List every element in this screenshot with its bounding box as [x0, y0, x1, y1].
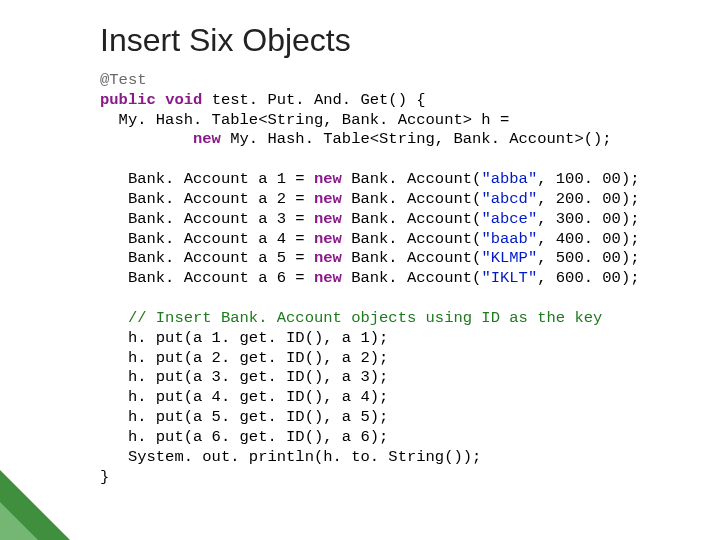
- table-row: Bank. Account a 1 =: [100, 170, 314, 188]
- println-line: System. out. println(h. to. String());: [100, 448, 481, 466]
- slide: Insert Six Objects @Test public void tes…: [0, 0, 720, 540]
- code-comment: // Insert Bank. Account objects using ID…: [100, 309, 602, 327]
- put-line: h. put(a 5. get. ID(), a 5);: [100, 408, 388, 426]
- close-brace: }: [100, 468, 109, 486]
- row-tail: , 400. 00);: [537, 230, 639, 248]
- hashdecl-line1: My. Hash. Table<String, Bank. Account> h…: [100, 111, 509, 129]
- table-row: Bank. Account a 2 =: [100, 190, 314, 208]
- put-line: h. put(a 2. get. ID(), a 2);: [100, 349, 388, 367]
- string-literal: "abcd": [481, 190, 537, 208]
- row-mid: Bank. Account(: [342, 269, 482, 287]
- string-literal: "abba": [481, 170, 537, 188]
- table-row: Bank. Account a 5 =: [100, 249, 314, 267]
- keyword-void: void: [165, 91, 202, 109]
- string-literal: "baab": [481, 230, 537, 248]
- keyword-new: new: [314, 249, 342, 267]
- row-tail: , 300. 00);: [537, 210, 639, 228]
- keyword-public: public: [100, 91, 156, 109]
- keyword-new: new: [314, 269, 342, 287]
- method-decl-rest: test. Put. And. Get() {: [202, 91, 425, 109]
- keyword-new: new: [193, 130, 221, 148]
- table-row: Bank. Account a 3 =: [100, 210, 314, 228]
- table-row: Bank. Account a 6 =: [100, 269, 314, 287]
- keyword-new: new: [314, 190, 342, 208]
- row-tail: , 600. 00);: [537, 269, 639, 287]
- row-mid: Bank. Account(: [342, 230, 482, 248]
- put-line: h. put(a 1. get. ID(), a 1);: [100, 329, 388, 347]
- row-tail: , 500. 00);: [537, 249, 639, 267]
- table-row: Bank. Account a 4 =: [100, 230, 314, 248]
- code-annotation: @Test: [100, 71, 147, 89]
- string-literal: "KLMP": [481, 249, 537, 267]
- hashdecl-line2-rest: My. Hash. Table<String, Bank. Account>()…: [221, 130, 612, 148]
- keyword-new: new: [314, 170, 342, 188]
- string-literal: "IKLT": [481, 269, 537, 287]
- code-block: @Test public void test. Put. And. Get() …: [100, 71, 680, 487]
- keyword-new: new: [314, 230, 342, 248]
- put-line: h. put(a 3. get. ID(), a 3);: [100, 368, 388, 386]
- row-mid: Bank. Account(: [342, 190, 482, 208]
- row-tail: , 200. 00);: [537, 190, 639, 208]
- row-mid: Bank. Account(: [342, 249, 482, 267]
- keyword-new: new: [314, 210, 342, 228]
- row-mid: Bank. Account(: [342, 170, 482, 188]
- row-tail: , 100. 00);: [537, 170, 639, 188]
- put-line: h. put(a 6. get. ID(), a 6);: [100, 428, 388, 446]
- string-literal: "abce": [481, 210, 537, 228]
- put-line: h. put(a 4. get. ID(), a 4);: [100, 388, 388, 406]
- slide-title: Insert Six Objects: [100, 22, 680, 59]
- corner-accent-light: [0, 502, 38, 540]
- row-mid: Bank. Account(: [342, 210, 482, 228]
- hashdecl-line2-pre: [100, 130, 193, 148]
